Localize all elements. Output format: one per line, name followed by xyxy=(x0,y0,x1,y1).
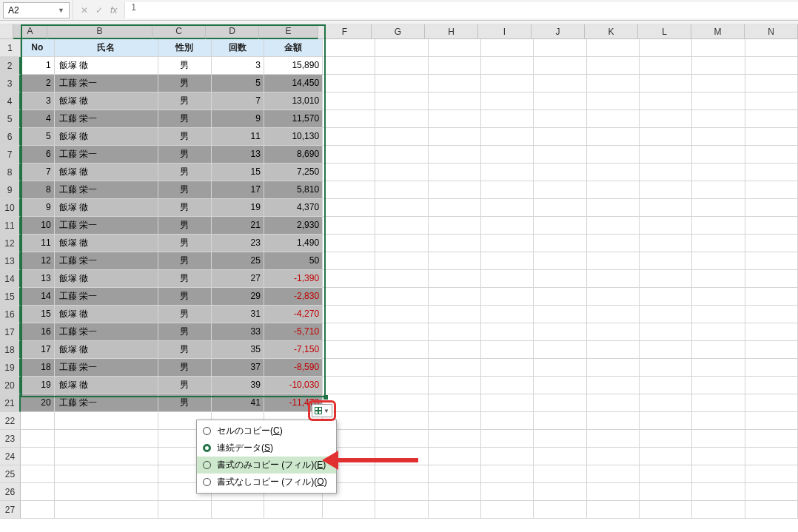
formula-input[interactable]: 1 xyxy=(124,2,798,18)
cell-name[interactable]: 飯塚 徹 xyxy=(55,270,159,288)
autofill-menu-item[interactable]: 連続データ(S) xyxy=(197,440,336,457)
cell[interactable] xyxy=(375,341,428,359)
cell[interactable] xyxy=(481,75,534,92)
cell-gender[interactable]: 男 xyxy=(158,306,211,323)
cell[interactable] xyxy=(534,235,586,252)
cell-gender[interactable]: 男 xyxy=(158,341,211,359)
cell[interactable] xyxy=(323,146,375,164)
cell-amount[interactable]: -10,030 xyxy=(264,377,323,394)
col-header-H[interactable]: H xyxy=(425,24,478,39)
cell[interactable] xyxy=(481,39,534,57)
cell[interactable] xyxy=(375,57,428,75)
cell-no[interactable]: 8 xyxy=(21,181,55,199)
cell[interactable] xyxy=(429,465,481,483)
row-header-16[interactable]: 16 xyxy=(0,306,21,323)
cell[interactable] xyxy=(375,394,428,412)
col-header-G[interactable]: G xyxy=(372,24,425,39)
row-header-20[interactable]: 20 xyxy=(0,377,21,394)
cell[interactable] xyxy=(375,483,428,501)
cell[interactable] xyxy=(587,39,640,57)
cell[interactable] xyxy=(429,199,481,217)
cell[interactable] xyxy=(587,128,640,146)
cell-count[interactable]: 13 xyxy=(212,146,264,164)
cell[interactable] xyxy=(692,501,745,519)
cell[interactable] xyxy=(587,57,640,75)
fx-icon[interactable]: fx xyxy=(110,5,117,16)
cell-no[interactable]: 4 xyxy=(21,110,55,128)
cell[interactable] xyxy=(745,57,798,75)
cell[interactable] xyxy=(375,465,428,483)
cell[interactable] xyxy=(481,323,534,341)
cell[interactable] xyxy=(21,448,55,465)
cell[interactable] xyxy=(640,235,692,252)
cells-area[interactable]: No氏名性別回数金額1飯塚 徹男315,8902工藤 栄一男514,4503飯塚… xyxy=(21,39,798,519)
cell[interactable] xyxy=(534,501,586,519)
header-no[interactable]: No xyxy=(21,39,55,57)
cell[interactable] xyxy=(640,110,692,128)
cell[interactable] xyxy=(745,430,798,448)
cell[interactable] xyxy=(534,394,586,412)
cell[interactable] xyxy=(745,323,798,341)
col-header-M[interactable]: M xyxy=(691,24,745,39)
cell-no[interactable]: 1 xyxy=(21,57,55,75)
cell[interactable] xyxy=(375,323,428,341)
cell-count[interactable]: 25 xyxy=(212,252,264,270)
cell[interactable] xyxy=(534,199,586,217)
cell[interactable] xyxy=(429,483,481,501)
header-name[interactable]: 氏名 xyxy=(55,39,159,57)
cell[interactable] xyxy=(55,501,159,519)
cell[interactable] xyxy=(323,306,375,323)
cell[interactable] xyxy=(640,448,692,465)
row-header-3[interactable]: 3 xyxy=(0,75,21,92)
cell[interactable] xyxy=(481,92,534,110)
cell[interactable] xyxy=(375,217,428,235)
row-header-17[interactable]: 17 xyxy=(0,323,21,341)
cell[interactable] xyxy=(21,501,55,519)
cell[interactable] xyxy=(534,306,586,323)
cell[interactable] xyxy=(587,110,640,128)
cell[interactable] xyxy=(55,412,159,430)
cell-no[interactable]: 5 xyxy=(21,128,55,146)
cell[interactable] xyxy=(640,306,692,323)
cell[interactable] xyxy=(640,128,692,146)
cell[interactable] xyxy=(323,128,375,146)
cell[interactable] xyxy=(481,377,534,394)
cell[interactable] xyxy=(534,359,586,377)
cell[interactable] xyxy=(481,164,534,181)
cell[interactable] xyxy=(534,217,586,235)
cell[interactable] xyxy=(323,377,375,394)
cell[interactable] xyxy=(692,57,745,75)
row-header-5[interactable]: 5 xyxy=(0,110,21,128)
cell[interactable] xyxy=(429,128,481,146)
cell[interactable] xyxy=(640,270,692,288)
cell[interactable] xyxy=(692,341,745,359)
cell[interactable] xyxy=(375,377,428,394)
row-header-27[interactable]: 27 xyxy=(0,501,21,519)
cell[interactable] xyxy=(640,323,692,341)
cell[interactable] xyxy=(745,359,798,377)
row-header-25[interactable]: 25 xyxy=(0,465,21,483)
cell[interactable] xyxy=(587,181,640,199)
header-count[interactable]: 回数 xyxy=(212,39,264,57)
cell-gender[interactable]: 男 xyxy=(158,270,211,288)
cell-name[interactable]: 飯塚 徹 xyxy=(55,92,159,110)
cell[interactable] xyxy=(323,235,375,252)
row-header-9[interactable]: 9 xyxy=(0,181,21,199)
col-header-K[interactable]: K xyxy=(585,24,638,39)
name-box[interactable]: A2 ▼ xyxy=(3,2,70,18)
cell-name[interactable]: 飯塚 徹 xyxy=(55,235,159,252)
cell[interactable] xyxy=(375,448,428,465)
cell-count[interactable]: 35 xyxy=(212,341,264,359)
cell[interactable] xyxy=(745,110,798,128)
cell[interactable] xyxy=(692,377,745,394)
cell[interactable] xyxy=(692,394,745,412)
cell[interactable] xyxy=(745,217,798,235)
cell[interactable] xyxy=(534,341,586,359)
cell[interactable] xyxy=(534,128,586,146)
cell[interactable] xyxy=(745,306,798,323)
cell[interactable] xyxy=(158,501,211,519)
cell-name[interactable]: 工藤 栄一 xyxy=(55,288,159,306)
cell[interactable] xyxy=(587,377,640,394)
cell-name[interactable]: 飯塚 徹 xyxy=(55,164,159,181)
cell[interactable] xyxy=(429,288,481,306)
